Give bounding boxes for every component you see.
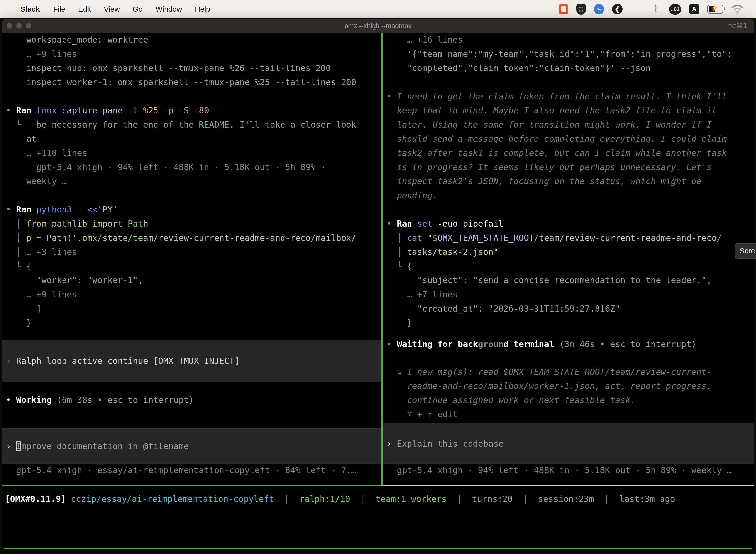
text-segment: └ [6,120,26,129]
terminal-row: } [387,316,754,330]
tmux-host-clock: "MacBook-Pro-44.local" 05:03 31-Mar-26 [558,548,754,549]
text-segment: Ran [397,219,417,229]
text-segment: %25 [143,106,164,115]
crescent-app-icon[interactable]: ❮ [612,4,623,14]
menu-item-edit[interactable]: Edit [72,5,98,13]
terminal-row: workspace_mode: worktree [6,33,381,47]
text-segment: task2 after task1 is complete, but can I… [387,148,727,158]
terminal-row: │ cat "$OMX_TEAM_STATE_ROOT/team/review-… [387,231,754,245]
text-segment: capture-pane [62,106,128,115]
mailbox-msg-line-1: ↳ 1 new msg(s): read $OMX_TEAM_STATE_ROO… [387,365,712,379]
text-segment: $ [432,233,437,243]
dots-grid-icon[interactable] [630,3,642,15]
text-segment: inspect task2's JSON, focusing on the st… [387,176,701,186]
text-segment: last:3m ago [619,494,675,504]
text-segment: -t [128,106,143,115]
active-pane-border [2,485,381,486]
text-segment: | [594,494,619,504]
text-segment: '{"team_name":"my-team","task_id":"1","f… [387,49,732,59]
text-segment: gpt-5.4 xhigh · essay/ai-reimplementatio… [6,465,356,475]
terminal-row: at [6,132,381,146]
text-segment: "completed","claim_token":"claim-token"}… [387,63,650,73]
prompt-input-right[interactable]: › Explain this codebase [383,423,754,464]
menu-item-go[interactable]: Go [126,5,149,13]
bolt-circle-icon[interactable]: ⌁ [594,4,604,14]
pane-worker-left[interactable]: workspace_mode: worktree … +9 lines insp… [2,33,381,485]
model-status-left: gpt-5.4 xhigh · essay/ai-reimplementatio… [6,463,356,477]
battery-icon[interactable] [707,5,723,14]
terminal-row: │ … +3 lines [6,245,381,259]
text-segment: Explain this codebase [397,439,504,448]
hook-icon[interactable]: ⌇ [650,3,661,15]
window-title-bar[interactable]: omx --xhigh --madmax ⌥⌘1 [2,19,754,33]
text-segment: turns:20 [472,494,513,504]
text-segment: │ [6,247,26,257]
waiting-status-line: • Waiting for background terminal (3m 46… [387,337,696,351]
terminal-row: } [6,316,381,330]
text-segment: [OMX#0.11.9] [5,494,71,504]
letter-a-icon[interactable]: A [689,4,699,14]
menu-item-app-slack[interactable]: Slack [13,5,47,13]
text-segment: cczip/essay/ai-reimplementation-copyleft [71,494,274,504]
terminal-row: pending. [387,188,754,203]
text-segment: | [447,494,472,504]
text-segment: • [6,106,16,115]
text-segment: "created_at": "2026-03-31T11:59:27.816Z" [387,303,620,314]
terminal-row: is in progress? It seems likely but perh… [387,160,754,174]
terminal-row: "subject": "send a concise recommendatio… [387,273,754,287]
text-segment: Ralph loop active continue [OMX_TMUX_INJ… [16,356,240,366]
text-segment: I [16,441,21,451]
text-segment: team:1 workers [376,494,447,504]
terminal-row: • Ran set -euo pipefail [387,217,754,231]
terminal-row: weekly … [6,174,381,188]
terminal-row [6,89,381,104]
text-segment: … +16 lines [387,35,463,45]
text-segment: (6m 38s • esc to interrupt) [57,395,194,405]
chat-app-icon[interactable] [559,4,568,14]
text-segment: keep that in mind. Maybe I also need the… [387,106,717,115]
macos-menu-bar: Slack FileEditViewGoWindowHelp ⌁❮⌇..61A [0,0,756,18]
text-segment: cat [407,233,427,243]
prompt-input-left[interactable]: › Improve documentation in @filename [2,428,381,464]
menu-item-help[interactable]: Help [189,5,217,13]
omx-hud-status-line: [OMX#0.11.9] cczip/essay/ai-reimplementa… [5,492,675,506]
menu-bar-status-icons: ⌁❮⌇..61A [559,3,756,15]
text-segment: "subject": "send a concise recommendatio… [387,275,712,285]
text-segment: inspect_hud: omx sparkshell --tmux-pane … [6,63,331,73]
terminal-row: └ be necessary for the end of the README… [6,118,381,132]
text-segment: session:23m [538,494,594,504]
minimize-window-button[interactable] [16,23,22,29]
menu-item-file[interactable]: File [47,5,71,13]
pane-worker-right[interactable]: … +16 lines '{"team_name":"my-team","tas… [383,33,754,485]
tmux-session-window[interactable]: [omx-cczip0:bash* [2,548,91,549]
text-segment: " [493,247,498,257]
text-segment: weekly … [6,176,67,186]
text-segment: └ [6,261,26,271]
text-segment: workspace_mode: worktree [6,35,148,45]
text-segment: │ [387,247,407,257]
terminal-row: │ tasks/task-2.json" [387,245,754,259]
model-status-right: gpt-5.4 xhigh · 94% left · 488K in · 5.1… [387,463,732,477]
terminal-row [387,75,754,89]
terminal-row: "worker": "worker-1", [6,273,381,287]
text-segment: • [387,339,397,349]
text-segment: Waiting for back [397,339,478,349]
mailbox-msg-line-2: readme-and-reco/mailbox/worker-1.json, a… [387,379,712,393]
shield-app-icon[interactable] [576,4,586,15]
text-segment: Ran [16,106,37,115]
menu-item-window[interactable]: Window [149,5,189,13]
wifi-icon[interactable] [731,4,744,14]
terminal-row: "completed","claim_token":"claim-token"}… [387,61,754,75]
tmux-status-bar: [omx-cczip0:bash* "MacBook-Pro-44.local"… [2,548,754,549]
text-segment: - [77,205,87,214]
menu-item-view[interactable]: View [97,5,126,13]
terminal-row: inspect task2's JSON, focusing on the st… [387,174,754,188]
terminal-row: task2 after task1 is complete, but can I… [387,146,754,160]
text-segment: should send a message before completing … [387,134,727,144]
text-segment: … +110 lines [6,148,87,158]
text-segment: groun [478,339,503,349]
text-segment: ] [6,303,42,314]
close-window-button[interactable] [7,23,12,29]
badge-61-icon[interactable]: ..61 [669,4,681,15]
zoom-window-button[interactable] [26,23,31,29]
